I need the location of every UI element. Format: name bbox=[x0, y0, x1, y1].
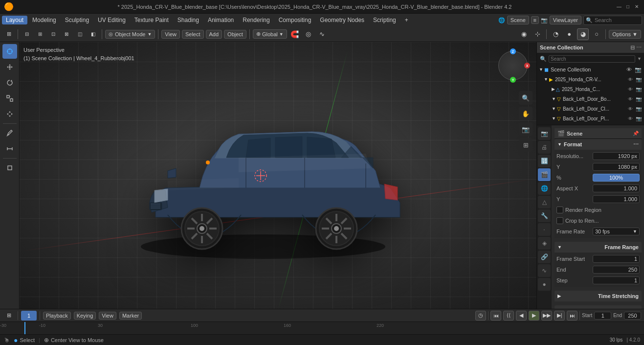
ortho-views-icon[interactable]: ⊞ bbox=[519, 138, 533, 152]
select-menu[interactable]: Select bbox=[182, 30, 204, 39]
prop-tab-viewlayer[interactable]: 🔢 bbox=[538, 155, 551, 167]
timeline-editor-icon[interactable]: ⊞ bbox=[3, 310, 15, 322]
resolution-pct-value[interactable]: 100% bbox=[593, 174, 640, 182]
next-frame-btn[interactable]: ▶▶ bbox=[541, 311, 552, 321]
mode-selector[interactable]: ◎ Object Mode ▼ bbox=[105, 30, 155, 39]
next-keyframe-btn[interactable]: ▶| bbox=[554, 311, 565, 321]
snap-icon[interactable]: 🧲 bbox=[289, 28, 301, 40]
viewport-shading-eevee[interactable]: ○ bbox=[591, 28, 602, 40]
icon2[interactable]: ⊞ bbox=[34, 28, 46, 40]
timeline-track[interactable]: -30 -10 30 100 160 220 bbox=[0, 322, 644, 334]
start-frame-input[interactable] bbox=[594, 312, 611, 320]
stereoscopy-header[interactable]: ▶ Stereoscopy bbox=[555, 305, 642, 309]
close-button[interactable]: ✕ bbox=[633, 3, 640, 10]
prop-tab-output[interactable]: 🖨 bbox=[538, 141, 551, 154]
playhead[interactable] bbox=[24, 322, 25, 334]
icon4[interactable]: ⊠ bbox=[61, 28, 72, 40]
workspace-tab-animation[interactable]: Animation bbox=[204, 16, 238, 24]
outliner-settings-icon[interactable]: ⋯ bbox=[636, 45, 642, 51]
window-controls[interactable]: — □ ✕ bbox=[616, 3, 640, 10]
workspace-tab-compositing[interactable]: Compositing bbox=[275, 16, 315, 24]
transform-tool[interactable] bbox=[2, 107, 17, 121]
measure-tool[interactable] bbox=[2, 141, 17, 156]
zoom-to-fit-icon[interactable]: 🔍 bbox=[519, 91, 533, 105]
outliner-item-3[interactable]: ▼ ▽ Back_Left_Door_Bo... 👁 📷 bbox=[537, 94, 644, 104]
prop-tab-world[interactable]: 🌐 bbox=[538, 182, 551, 195]
transform-selector[interactable]: ⊕ Global ▼ bbox=[253, 29, 287, 39]
editor-type-menu[interactable]: ⊞ bbox=[3, 28, 15, 40]
workspace-tab-modeling[interactable]: Modeling bbox=[28, 16, 60, 24]
workspace-tab-uv-editing[interactable]: UV Editing bbox=[94, 16, 130, 24]
hand-tool-icon[interactable]: ✋ bbox=[519, 107, 533, 120]
jump-end-btn[interactable]: ⏭ bbox=[567, 311, 577, 321]
format-options-icon[interactable]: ⋯ bbox=[633, 141, 639, 148]
outliner-filter-icon[interactable]: ⊟ bbox=[630, 45, 635, 51]
marker-menu[interactable]: Marker bbox=[119, 312, 142, 320]
prop-tab-object[interactable]: △ bbox=[538, 196, 551, 208]
outliner-item-1[interactable]: ▼ ▶ 2025_Honda_CR-V... 👁 📷 bbox=[542, 74, 644, 84]
viewport-shading-rendered[interactable]: ◕ bbox=[577, 28, 589, 40]
viewlayer-selector[interactable]: ViewLayer bbox=[550, 16, 581, 24]
local-view-icon[interactable]: ⊟ bbox=[21, 28, 33, 40]
cursor-tool[interactable] bbox=[2, 44, 17, 59]
object-menu[interactable]: Object bbox=[224, 30, 246, 39]
add-menu[interactable]: Add bbox=[206, 30, 222, 39]
step-value[interactable]: 1 bbox=[593, 276, 640, 284]
time-stretching-header[interactable]: ▶ Time Stretching bbox=[555, 291, 642, 301]
outliner-search-input[interactable] bbox=[549, 55, 635, 63]
outliner-item-4[interactable]: ▼ ▽ Back_Left_Door_Cl... 👁 📷 bbox=[537, 104, 644, 114]
pin-icon[interactable]: 📌 bbox=[633, 131, 639, 136]
prop-tab-modifier[interactable]: 🔧 bbox=[538, 209, 551, 222]
proportional-icon[interactable]: ◎ bbox=[303, 28, 314, 40]
frame-start-value[interactable]: 1 bbox=[593, 255, 640, 263]
play-btn[interactable]: ▶ bbox=[529, 311, 539, 321]
workspace-tab-sculpting[interactable]: Sculpting bbox=[61, 16, 93, 24]
viewport-shading-material[interactable]: ● bbox=[563, 28, 575, 40]
search-box[interactable]: 🔍 bbox=[583, 16, 642, 25]
annotate-tool[interactable] bbox=[2, 126, 17, 140]
viewport-shading-solid[interactable]: ◔ bbox=[550, 28, 561, 40]
icon5[interactable]: ◫ bbox=[74, 28, 86, 40]
playback-menu[interactable]: Playback bbox=[43, 312, 71, 320]
scene-selector[interactable]: Scene bbox=[507, 16, 529, 24]
render-visibility-icon[interactable]: 📷 bbox=[634, 67, 643, 73]
view-menu-tl[interactable]: View bbox=[99, 312, 116, 320]
end-frame-input[interactable] bbox=[624, 312, 641, 320]
gizmo-icon[interactable]: ⊹ bbox=[532, 28, 543, 40]
gizmo-y-axis[interactable]: Y bbox=[510, 77, 516, 83]
outliner-scene-collection[interactable]: ▼ ◼ Scene Collection 👁 📷 bbox=[537, 65, 644, 74]
viewport[interactable]: User Perspective (1) Scene Collection | … bbox=[20, 42, 536, 309]
prop-tab-particles[interactable]: · bbox=[538, 223, 551, 236]
prop-tab-constraints[interactable]: 🔗 bbox=[538, 251, 551, 263]
aspect-y-value[interactable]: 1.000 bbox=[593, 195, 640, 203]
rotate-tool[interactable] bbox=[2, 75, 17, 90]
outliner-search[interactable]: 🔍 ▼ bbox=[537, 53, 644, 65]
scale-tool[interactable] bbox=[2, 91, 17, 106]
overlay-icon[interactable]: ◉ bbox=[518, 28, 530, 40]
navigation-gizmo[interactable]: Z X Y bbox=[493, 46, 533, 85]
add-primitive-tool[interactable] bbox=[2, 161, 17, 175]
falloff-icon[interactable]: ∿ bbox=[316, 28, 328, 40]
workspace-tab-rendering[interactable]: Rendering bbox=[239, 16, 273, 24]
icon3[interactable]: ⊡ bbox=[47, 28, 59, 40]
workspace-tab-texture-paint[interactable]: Texture Paint bbox=[131, 16, 173, 24]
outliner-item-5[interactable]: ▼ ▽ Back_Left_Door_Pl... 👁 📷 bbox=[537, 114, 644, 123]
format-section-header[interactable]: ▼ Format ⋯ bbox=[555, 139, 642, 150]
aspect-x-value[interactable]: 1.000 bbox=[593, 184, 640, 192]
end-value[interactable]: 250 bbox=[593, 266, 640, 274]
visibility-icon[interactable]: 👁 bbox=[625, 67, 633, 73]
resolution-x-value[interactable]: 1920 px bbox=[593, 152, 640, 160]
item1-render[interactable]: 📷 bbox=[635, 77, 643, 82]
workspace-tab-geometry-nodes[interactable]: Geometry Nodes bbox=[316, 16, 368, 24]
prev-frame-btn[interactable]: ◀ bbox=[516, 311, 527, 321]
current-frame-display[interactable]: 1 bbox=[21, 311, 37, 321]
frame-range-header[interactable]: ▼ Frame Range bbox=[555, 242, 642, 253]
icon6[interactable]: ◧ bbox=[87, 28, 99, 40]
camera-icon[interactable]: 📷 bbox=[519, 122, 533, 136]
crop-render-checkbox[interactable]: Crop to Ren... bbox=[556, 217, 599, 224]
render-region-box[interactable] bbox=[556, 207, 563, 213]
prev-keyframe-btn[interactable]: ⟨⟨ bbox=[503, 311, 514, 321]
item1-vis[interactable]: 👁 bbox=[627, 77, 634, 82]
workspace-tab-layout[interactable]: Layout bbox=[2, 16, 27, 24]
keying-menu[interactable]: Keying bbox=[74, 312, 96, 320]
